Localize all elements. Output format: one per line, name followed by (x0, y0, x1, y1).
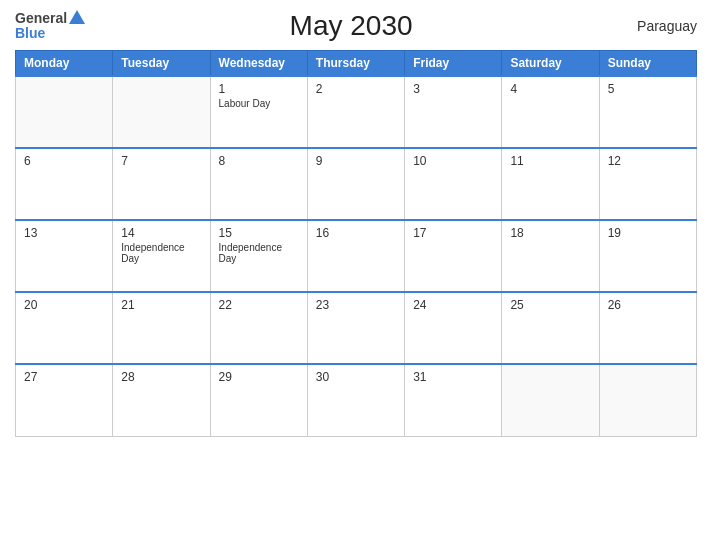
week-row-4: 20212223242526 (16, 292, 697, 364)
logo: General Blue (15, 11, 85, 42)
calendar-body: 1Labour Day234567891011121314Independenc… (16, 76, 697, 436)
day-number: 3 (413, 82, 493, 96)
day-number: 23 (316, 298, 396, 312)
day-cell: 4 (502, 76, 599, 148)
calendar-table: Monday Tuesday Wednesday Thursday Friday… (15, 50, 697, 437)
day-number: 14 (121, 226, 201, 240)
day-number: 24 (413, 298, 493, 312)
day-cell: 27 (16, 364, 113, 436)
day-cell: 12 (599, 148, 696, 220)
day-number: 27 (24, 370, 104, 384)
calendar-header: Monday Tuesday Wednesday Thursday Friday… (16, 51, 697, 77)
day-cell: 3 (405, 76, 502, 148)
day-number: 8 (219, 154, 299, 168)
day-cell: 6 (16, 148, 113, 220)
day-number: 21 (121, 298, 201, 312)
day-cell (599, 364, 696, 436)
logo-triangle-icon (69, 10, 85, 24)
day-cell: 20 (16, 292, 113, 364)
col-thursday: Thursday (307, 51, 404, 77)
day-cell: 8 (210, 148, 307, 220)
holiday-label: Labour Day (219, 98, 299, 109)
day-number: 19 (608, 226, 688, 240)
day-number: 9 (316, 154, 396, 168)
day-cell: 13 (16, 220, 113, 292)
header: General Blue May 2030 Paraguay (15, 10, 697, 42)
country-label: Paraguay (617, 18, 697, 34)
day-cell: 17 (405, 220, 502, 292)
day-number: 11 (510, 154, 590, 168)
col-monday: Monday (16, 51, 113, 77)
day-cell: 5 (599, 76, 696, 148)
day-cell: 1Labour Day (210, 76, 307, 148)
day-number: 17 (413, 226, 493, 240)
week-row-1: 1Labour Day2345 (16, 76, 697, 148)
week-row-5: 2728293031 (16, 364, 697, 436)
day-cell: 18 (502, 220, 599, 292)
day-cell (502, 364, 599, 436)
col-tuesday: Tuesday (113, 51, 210, 77)
day-cell: 29 (210, 364, 307, 436)
day-number: 20 (24, 298, 104, 312)
day-cell: 21 (113, 292, 210, 364)
day-number: 4 (510, 82, 590, 96)
day-number: 30 (316, 370, 396, 384)
day-number: 6 (24, 154, 104, 168)
day-cell (16, 76, 113, 148)
calendar-page: General Blue May 2030 Paraguay Monday Tu… (0, 0, 712, 550)
holiday-label: Independence Day (219, 242, 299, 264)
day-number: 1 (219, 82, 299, 96)
weekday-header-row: Monday Tuesday Wednesday Thursday Friday… (16, 51, 697, 77)
logo-general: General (15, 11, 67, 26)
day-cell: 28 (113, 364, 210, 436)
day-cell: 7 (113, 148, 210, 220)
day-cell: 30 (307, 364, 404, 436)
day-number: 10 (413, 154, 493, 168)
col-wednesday: Wednesday (210, 51, 307, 77)
day-cell: 19 (599, 220, 696, 292)
day-cell: 31 (405, 364, 502, 436)
day-cell: 10 (405, 148, 502, 220)
day-number: 29 (219, 370, 299, 384)
day-cell: 2 (307, 76, 404, 148)
day-cell: 16 (307, 220, 404, 292)
day-cell: 22 (210, 292, 307, 364)
day-cell: 15Independence Day (210, 220, 307, 292)
day-number: 28 (121, 370, 201, 384)
day-number: 5 (608, 82, 688, 96)
day-cell: 11 (502, 148, 599, 220)
day-number: 26 (608, 298, 688, 312)
week-row-3: 1314Independence Day15Independence Day16… (16, 220, 697, 292)
day-cell: 26 (599, 292, 696, 364)
day-number: 2 (316, 82, 396, 96)
col-saturday: Saturday (502, 51, 599, 77)
day-number: 13 (24, 226, 104, 240)
day-cell: 14Independence Day (113, 220, 210, 292)
day-number: 25 (510, 298, 590, 312)
day-cell: 23 (307, 292, 404, 364)
day-cell: 9 (307, 148, 404, 220)
col-sunday: Sunday (599, 51, 696, 77)
day-number: 22 (219, 298, 299, 312)
logo-blue: Blue (15, 26, 45, 41)
day-number: 12 (608, 154, 688, 168)
day-number: 31 (413, 370, 493, 384)
day-cell: 25 (502, 292, 599, 364)
day-cell: 24 (405, 292, 502, 364)
day-number: 15 (219, 226, 299, 240)
calendar-title: May 2030 (85, 10, 617, 42)
col-friday: Friday (405, 51, 502, 77)
day-number: 18 (510, 226, 590, 240)
holiday-label: Independence Day (121, 242, 201, 264)
day-cell (113, 76, 210, 148)
day-number: 7 (121, 154, 201, 168)
day-number: 16 (316, 226, 396, 240)
week-row-2: 6789101112 (16, 148, 697, 220)
